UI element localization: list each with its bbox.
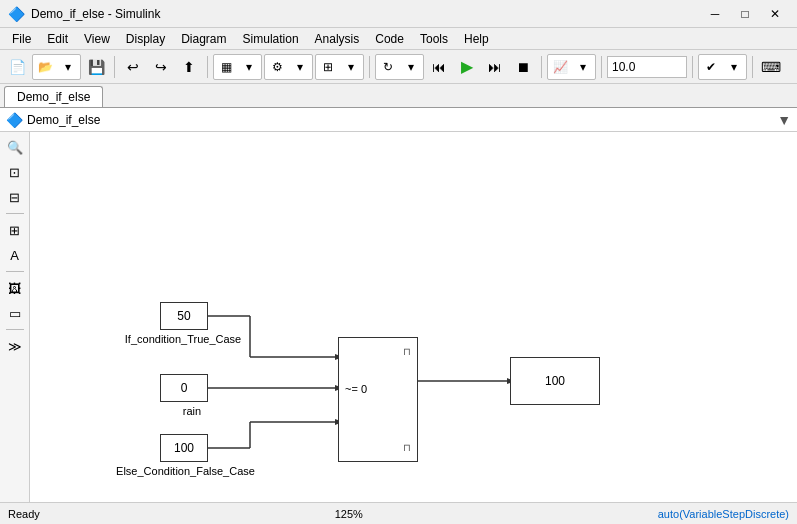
sep3 [369,56,370,78]
sep1 [114,56,115,78]
breadcrumb-icon: 🔷 [6,112,23,128]
statusbar: Ready 125% auto(VariableStepDiscrete) [0,502,797,524]
save-button[interactable]: 💾 [83,54,109,80]
const1-label: If_condition_True_Case [118,333,248,345]
solver-status: auto(VariableStepDiscrete) [658,508,789,520]
zoom-out-button[interactable]: ⊟ [4,186,26,208]
lt-sep3 [6,329,24,330]
library-button[interactable]: ▦ [215,56,237,78]
check-dropdown[interactable]: ▾ [723,56,745,78]
open-group: 📂 ▾ [32,54,81,80]
menu-analysis[interactable]: Analysis [307,30,368,48]
menu-code[interactable]: Code [367,30,412,48]
const2-block[interactable]: 0 [160,374,208,402]
breadcrumb-expand[interactable]: ▼ [777,112,791,128]
left-toolbar: 🔍 ⊡ ⊟ ⊞ A 🖼 ▭ ≫ [0,132,30,502]
tabbar: Demo_if_else [0,84,797,108]
breadcrumb: 🔷 Demo_if_else ▼ [0,108,797,132]
settings-group: ⚙ ▾ [264,54,313,80]
close-button[interactable]: ✕ [761,3,789,25]
scope-button[interactable]: 📈 [549,56,571,78]
if-block[interactable]: ⊓ ~= 0 ⊓ [338,337,418,462]
step-back-button[interactable]: ⏮ [426,54,452,80]
titlebar: 🔷 Demo_if_else - Simulink ─ □ ✕ [0,0,797,28]
library-group: ▦ ▾ [213,54,262,80]
fast-restart-button[interactable]: ↻ [377,56,399,78]
const3-label: Else_Condition_False_Case [98,465,273,477]
app-icon: 🔷 [8,6,25,22]
grid-dropdown[interactable]: ▾ [340,56,362,78]
display-value: 100 [545,374,565,388]
canvas[interactable]: 50 If_condition_True_Case 0 rain 100 Els… [30,132,797,502]
fast-restart-dropdown[interactable]: ▾ [400,56,422,78]
ready-status: Ready [8,508,40,520]
const3-block[interactable]: 100 [160,434,208,462]
titlebar-controls[interactable]: ─ □ ✕ [701,3,789,25]
rect-button[interactable]: ▭ [4,302,26,324]
const2-value: 0 [181,381,188,395]
menu-diagram[interactable]: Diagram [173,30,234,48]
sep6 [692,56,693,78]
stop-time-input[interactable] [607,56,687,78]
stop-button[interactable]: ⏹ [510,54,536,80]
lt-sep2 [6,271,24,272]
text-button[interactable]: A [4,244,26,266]
open-button[interactable]: 📂 [34,56,56,78]
undo-button[interactable]: ↩ [120,54,146,80]
menubar: File Edit View Display Diagram Simulatio… [0,28,797,50]
tab-demo-if-else[interactable]: Demo_if_else [4,86,103,107]
lt-sep1 [6,213,24,214]
if-port2-label: ⊓ [403,442,411,453]
zoom-status: 125% [335,508,363,520]
if-label: ~= 0 [345,383,367,395]
grid-group: ⊞ ▾ [315,54,364,80]
library-dropdown[interactable]: ▾ [238,56,260,78]
const1-value: 50 [177,309,190,323]
run-button[interactable]: ▶ [454,54,480,80]
sep5 [601,56,602,78]
breadcrumb-text: Demo_if_else [27,113,100,127]
menu-simulation[interactable]: Simulation [235,30,307,48]
settings-dropdown[interactable]: ▾ [289,56,311,78]
menu-tools[interactable]: Tools [412,30,456,48]
zoom-fit-button[interactable]: ⊡ [4,161,26,183]
const1-block[interactable]: 50 [160,302,208,330]
keyboard-button[interactable]: ⌨ [758,54,784,80]
minimize-button[interactable]: ─ [701,3,729,25]
sim-group: ↻ ▾ [375,54,424,80]
check-button[interactable]: ✔ [700,56,722,78]
window-title: Demo_if_else - Simulink [31,7,160,21]
redo-button[interactable]: ↪ [148,54,174,80]
main-area: 🔍 ⊡ ⊟ ⊞ A 🖼 ▭ ≫ [0,132,797,502]
sep2 [207,56,208,78]
settings-button[interactable]: ⚙ [266,56,288,78]
check-group: ✔ ▾ [698,54,747,80]
scope-group: 📈 ▾ [547,54,596,80]
const3-value: 100 [174,441,194,455]
titlebar-left: 🔷 Demo_if_else - Simulink [8,6,160,22]
grid-button[interactable]: ⊞ [317,56,339,78]
left-expand-button[interactable]: ≫ [4,335,26,357]
menu-view[interactable]: View [76,30,118,48]
zoom-in-button[interactable]: 🔍 [4,136,26,158]
up-button[interactable]: ⬆ [176,54,202,80]
display-block[interactable]: 100 [510,357,600,405]
open-dropdown[interactable]: ▾ [57,56,79,78]
const2-label: rain [172,405,212,417]
menu-file[interactable]: File [4,30,39,48]
new-button[interactable]: 📄 [4,54,30,80]
menu-edit[interactable]: Edit [39,30,76,48]
step-fwd-button[interactable]: ⏭ [482,54,508,80]
sep7 [752,56,753,78]
scope-dropdown[interactable]: ▾ [572,56,594,78]
if-port-label: ⊓ [403,346,411,357]
image-button[interactable]: 🖼 [4,277,26,299]
toolbar: 📄 📂 ▾ 💾 ↩ ↪ ⬆ ▦ ▾ ⚙ ▾ ⊞ ▾ ↻ ▾ ⏮ ▶ ⏭ ⏹ 📈 … [0,50,797,84]
menu-help[interactable]: Help [456,30,497,48]
menu-display[interactable]: Display [118,30,173,48]
sep4 [541,56,542,78]
align-button[interactable]: ⊞ [4,219,26,241]
maximize-button[interactable]: □ [731,3,759,25]
